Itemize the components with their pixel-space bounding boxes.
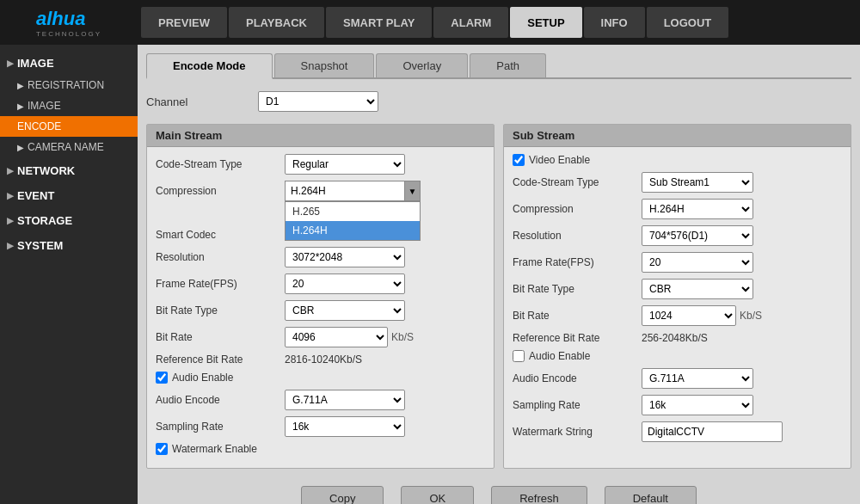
sidebar-group-system-title[interactable]: ▶ SYSTEM — [0, 234, 138, 257]
refresh-button[interactable]: Refresh — [491, 486, 587, 504]
sub-audio-enable-checkbox[interactable] — [513, 350, 525, 362]
network-arrow: ▶ — [7, 166, 14, 175]
main-audio-encode-label: Audio Encode — [156, 394, 285, 406]
channel-label: Channel — [146, 95, 249, 108]
sub-framerate-select[interactable]: 20 — [642, 252, 753, 273]
tab-snapshot[interactable]: Snapshot — [274, 53, 375, 77]
nav-playback[interactable]: PLAYBACK — [229, 7, 324, 38]
image-group-arrow: ▶ — [7, 58, 14, 68]
main-compression-label: Compression — [156, 185, 285, 197]
main-code-stream-control: Regular — [285, 154, 405, 175]
sub-watermark-string-input[interactable]: DigitalCCTV — [642, 421, 783, 442]
sidebar-group-event-title[interactable]: ▶ EVENT — [0, 184, 138, 207]
tab-encode-mode[interactable]: Encode Mode — [146, 53, 273, 79]
main-bitrate-label: Bit Rate — [156, 331, 285, 343]
sidebar-group-event: ▶ EVENT — [0, 184, 138, 207]
sidebar-item-registration[interactable]: ▶ REGISTRATION — [0, 75, 138, 95]
content-area: Encode Mode Snapshot Overlay Path Channe… — [138, 45, 860, 504]
nav-alarm[interactable]: ALARM — [433, 7, 508, 38]
tab-path[interactable]: Path — [470, 53, 546, 77]
sub-video-enable-checkbox[interactable] — [513, 154, 525, 166]
nav-setup[interactable]: SETUP — [510, 7, 581, 38]
main-compression-arrow[interactable]: ▼ — [405, 181, 421, 201]
main-refbitrate-value: 2816-10240Kb/S — [285, 353, 362, 366]
sub-code-stream-row: Code-Stream Type Sub Stream1 — [513, 172, 842, 193]
nav-logout[interactable]: LOGOUT — [647, 7, 729, 38]
sub-bitrate-select[interactable]: 1024 — [642, 305, 736, 326]
sidebar-group-network-title[interactable]: ▶ NETWORK — [0, 159, 138, 182]
main-framerate-select[interactable]: 20 — [285, 274, 405, 294]
main-watermark-enable-checkbox[interactable] — [156, 443, 168, 455]
sub-stream-panel: Sub Stream Video Enable Code-Stream Type… — [503, 124, 851, 469]
main-audio-encode-row: Audio Encode G.711A — [156, 390, 485, 410]
sub-watermark-string-label: Watermark String — [513, 426, 642, 438]
streams-container: Main Stream Code-Stream Type Regular — [146, 124, 851, 469]
logo: alhua TECHNOLOGY — [0, 1, 138, 45]
main-code-stream-select[interactable]: Regular — [285, 154, 405, 175]
logo-subtitle: TECHNOLOGY — [36, 30, 101, 38]
channel-select[interactable]: D1 — [258, 91, 378, 112]
sub-code-stream-select[interactable]: Sub Stream1 — [642, 172, 753, 193]
sub-audio-enable-row: Audio Enable — [513, 350, 842, 362]
reg-arrow: ▶ — [17, 81, 24, 90]
channel-row: Channel D1 — [146, 88, 851, 115]
nav-smart-play[interactable]: SMART PLAY — [326, 7, 432, 38]
sub-audio-encode-select[interactable]: G.711A — [642, 368, 753, 389]
sub-compression-select[interactable]: H.264H — [642, 199, 753, 219]
main-sampling-label: Sampling Rate — [156, 421, 285, 433]
sub-framerate-row: Frame Rate(FPS) 20 — [513, 252, 842, 273]
sub-audio-encode-row: Audio Encode G.711A — [513, 368, 842, 389]
copy-button[interactable]: Copy — [301, 486, 384, 504]
main-resolution-row: Resolution 3072*2048 — [156, 247, 485, 267]
storage-arrow: ▶ — [7, 216, 14, 225]
sidebar-item-encode[interactable]: ENCODE — [0, 116, 138, 137]
main-audio-enable-checkbox[interactable] — [156, 372, 168, 384]
sidebar-group-image: ▶ IMAGE ▶ REGISTRATION ▶ IMAGE ENCODE ▶ … — [0, 52, 138, 157]
ok-button[interactable]: OK — [401, 486, 474, 504]
sub-bitratetype-label: Bit Rate Type — [513, 283, 642, 295]
main-refbitrate-label: Reference Bit Rate — [156, 353, 285, 366]
tab-overlay[interactable]: Overlay — [376, 53, 468, 77]
main-bitrate-row: Bit Rate 4096 Kb/S — [156, 327, 485, 347]
main-watermark-enable-row: Watermark Enable — [156, 443, 485, 455]
sub-refbitrate-label: Reference Bit Rate — [513, 332, 642, 344]
main-resolution-select[interactable]: 3072*2048 — [285, 247, 405, 267]
default-button[interactable]: Default — [605, 486, 697, 504]
sidebar-group-storage-title[interactable]: ▶ STORAGE — [0, 209, 138, 232]
main-audio-encode-select[interactable]: G.711A — [285, 390, 405, 410]
buttons-row: Copy OK Refresh Default — [146, 479, 851, 504]
main-code-stream-row: Code-Stream Type Regular — [156, 154, 485, 175]
compression-option-h265[interactable]: H.265 — [286, 202, 420, 221]
sub-sampling-select[interactable]: 16k — [642, 395, 753, 415]
sidebar-group-image-title[interactable]: ▶ IMAGE — [0, 52, 138, 75]
nav-preview[interactable]: PREVIEW — [141, 7, 227, 38]
sidebar-item-camera-name[interactable]: ▶ CAMERA NAME — [0, 137, 138, 157]
main-bitratetype-select[interactable]: CBR — [285, 300, 405, 321]
main-stream-panel: Main Stream Code-Stream Type Regular — [146, 124, 494, 469]
main-sampling-select[interactable]: 16k — [285, 416, 405, 437]
main-watermark-enable-label: Watermark Enable — [172, 443, 257, 455]
sub-audio-encode-label: Audio Encode — [513, 372, 642, 384]
main-bitrate-select[interactable]: 4096 — [285, 327, 388, 347]
main-compression-row: Compression H.264H ▼ H.265 H.264H — [156, 181, 485, 201]
sub-resolution-select[interactable]: 704*576(D1) — [642, 225, 753, 246]
sub-compression-row: Compression H.264H — [513, 199, 842, 219]
main-framerate-label: Frame Rate(FPS) — [156, 278, 285, 290]
main-audio-enable-row: Audio Enable — [156, 372, 485, 384]
cam-name-arrow: ▶ — [17, 143, 24, 152]
sub-bitratetype-select[interactable]: CBR — [642, 279, 753, 299]
main-bitrtype-row: Bit Rate Type CBR — [156, 300, 485, 321]
main-bitrate-unit: Kb/S — [391, 331, 414, 343]
sidebar-item-image[interactable]: ▶ IMAGE — [0, 95, 138, 116]
sub-stream-body: Video Enable Code-Stream Type Sub Stream… — [504, 147, 851, 455]
main-compression-wrap: H.264H ▼ H.265 H.264H — [285, 181, 421, 201]
main-compression-display[interactable]: H.264H — [285, 181, 405, 201]
main-refbitrate-row: Reference Bit Rate 2816-10240Kb/S — [156, 353, 485, 366]
sub-bitrate-unit: Kb/S — [740, 310, 762, 322]
logo-text: alhua — [36, 8, 101, 30]
compression-option-h264h[interactable]: H.264H — [286, 221, 420, 240]
sub-tabs: Encode Mode Snapshot Overlay Path — [146, 53, 851, 79]
nav-info[interactable]: INFO — [584, 7, 645, 38]
sidebar-group-network: ▶ NETWORK — [0, 159, 138, 182]
system-arrow: ▶ — [7, 241, 14, 250]
